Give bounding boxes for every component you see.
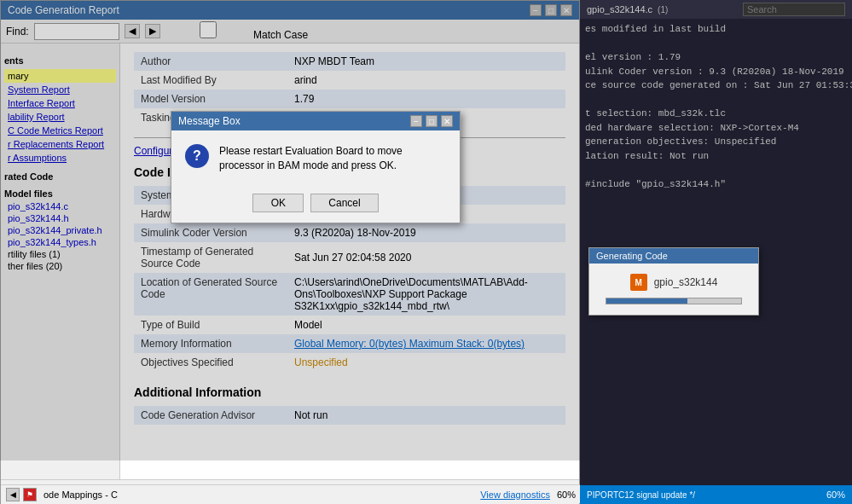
message-box-maximize[interactable]: □ [426, 115, 438, 127]
right-panel-title-text: gpio_s32k144.c [587, 4, 652, 14]
gen-code-file-label: gpio_s32k144 [654, 276, 718, 288]
gen-code-file-icon: M [630, 274, 647, 291]
code-line: #include "gpio_s32k144.h" [585, 177, 847, 190]
code-line: ded hardware selection: NXP->Cortex-M4 [585, 121, 847, 136]
code-line: ce source code generated on : Sat Jun 27… [585, 78, 847, 93]
code-line [585, 93, 847, 107]
right-panel-tab-label: (1) [658, 5, 668, 14]
zoom-level: 60% [557, 490, 576, 500]
message-box-body: ? Please restart Evaluation Board to mov… [171, 130, 460, 187]
code-line: el version : 1.79 [585, 50, 847, 65]
right-panel-title-bar: gpio_s32k144.c (1) [580, 0, 852, 19]
message-box-title-bar: Message Box − □ ✕ [171, 112, 460, 130]
gen-code-title-text: Generating Code [596, 251, 668, 261]
code-line: generation objectives: Unspecified [585, 135, 847, 149]
code-display: es modified in last build el version : 1… [580, 19, 852, 189]
message-box: Message Box − □ ✕ ? Please restart Evalu… [171, 111, 461, 223]
modal-overlay [0, 0, 580, 461]
status-icon-img[interactable]: ⚑ [23, 488, 37, 501]
status-icon-left[interactable]: ◀ [6, 488, 20, 501]
right-status-bar: PIPORTC12 signal update */ 60% [580, 485, 852, 504]
message-box-minimize[interactable]: − [410, 115, 422, 127]
right-status-zoom: 60% [826, 490, 845, 500]
gen-code-progress-bar [606, 298, 687, 304]
message-box-close[interactable]: ✕ [441, 115, 453, 127]
gen-code-progress-bar-container [606, 298, 742, 304]
message-box-title-text: Message Box [178, 115, 241, 127]
gen-code-title-bar: Generating Code [589, 248, 758, 264]
view-diagnostics-link[interactable]: View diagnostics [480, 490, 550, 500]
code-line: t selection: mbd_s32k.tlc [585, 107, 847, 121]
message-ok-button[interactable]: OK [252, 194, 304, 212]
right-status-diagnostics: PIPORTC12 signal update */ [587, 490, 695, 500]
right-panel-search[interactable] [743, 3, 845, 16]
code-line [585, 163, 847, 177]
message-cancel-button[interactable]: Cancel [310, 194, 378, 212]
status-bar: ◀ ⚑ ode Mappings - C View diagnostics 60… [1, 484, 581, 503]
code-line: es modified in last build [585, 22, 847, 37]
question-icon: ? [185, 144, 209, 168]
code-line [585, 37, 847, 51]
message-text: Please restart Evaluation Board to move … [219, 144, 446, 173]
status-icons: ◀ ⚑ [6, 488, 37, 501]
code-line: ulink Coder version : 9.3 (R2020a) 18-No… [585, 65, 847, 79]
code-line: lation result: Not run [585, 149, 847, 164]
status-label: ode Mappings - C [43, 490, 118, 500]
gen-code-popup: Generating Code M gpio_s32k144 [588, 247, 759, 316]
gen-code-body: M gpio_s32k144 [589, 264, 758, 315]
message-box-buttons: OK Cancel [171, 187, 460, 223]
